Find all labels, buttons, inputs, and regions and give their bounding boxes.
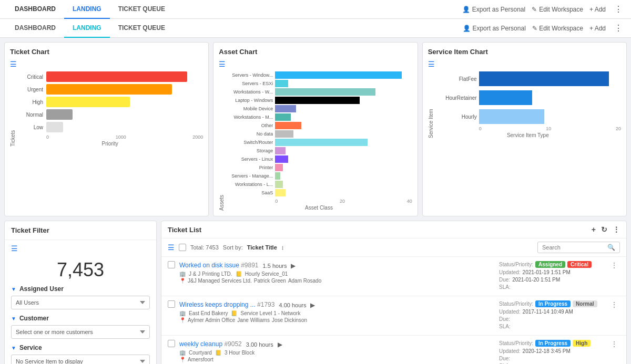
filter-service-label: Service (19, 344, 42, 351)
updated-row: Updated: 2017-11-14 10:49 AM (499, 309, 604, 315)
filter-service-header[interactable]: ▼ Service (11, 344, 150, 351)
customer-select[interactable]: Select one or more customers (11, 325, 150, 339)
ticket-checkbox[interactable] (168, 300, 175, 308)
sub-nav-dashboard[interactable]: DASHBOARD (6, 19, 64, 38)
asset-bar-row: Servers - Linux (226, 155, 412, 163)
ticket-list-title: Ticket List (168, 226, 201, 234)
asset-bar-label: Servers - Linux (226, 157, 273, 162)
more-options-sub[interactable]: ⋮ (612, 23, 625, 33)
asset-bar (275, 155, 288, 163)
export-personal-sub-button[interactable]: 👤 Export as Personal (463, 25, 526, 32)
ticket-bar (46, 109, 73, 120)
sub-nav-landing[interactable]: LANDING (64, 19, 110, 38)
ticket-more-button[interactable]: ⋮ (608, 300, 620, 309)
more-options-top[interactable]: ⋮ (612, 4, 625, 14)
ticket-title[interactable]: weekly cleanup #9052 (179, 340, 242, 348)
asset-bar-label: Mobile Device (226, 106, 273, 111)
edit-workspace-button[interactable]: ✎ Edit Workspace (532, 6, 583, 13)
sub-navigation: DASHBOARD LANDING TICKET QUEUE 👤 Export … (0, 19, 631, 38)
ticket-more-button[interactable]: ⋮ (608, 340, 620, 348)
asset-chart-filter-icon[interactable]: ☰ (219, 60, 412, 68)
filter-panel-title: Ticket Filter (5, 221, 156, 240)
ticket-id: #9052 (224, 340, 241, 348)
ticket-filter-panel: Ticket Filter ☰ 7,453 ▼ Assigned User Al… (4, 221, 157, 364)
status-priority-row: Status/Priority: In Progress Normal (499, 300, 604, 307)
asset-bar-container (275, 155, 412, 163)
filter-customer-header[interactable]: ▼ Customer (11, 315, 150, 322)
ticket-toolbar-filter-icon[interactable]: ☰ (168, 243, 175, 252)
sort-icon[interactable]: ↕ (281, 244, 284, 251)
edit-workspace-sub-button[interactable]: ✎ Edit Workspace (532, 25, 583, 32)
top-nav-actions: 👤 Export as Personal ✎ Edit Workspace + … (462, 4, 625, 14)
asset-bar-row: Switch/Router (226, 139, 412, 146)
asset-bar-label: Servers - Manage... (226, 173, 273, 179)
asset-chart-card: Asset Chart ☰ Assets Servers - Window...… (213, 42, 418, 216)
play-button[interactable]: ▶ (310, 301, 315, 309)
asset-bar-row: Workstations - L... (226, 181, 412, 188)
chevron-down-icon: ▼ (11, 286, 16, 292)
asset-bar-row: Laptop - Windows (226, 97, 412, 104)
asset-bar (275, 164, 283, 171)
ticket-chart-card: Ticket Chart ☰ Tickets Critical Urgent H… (4, 42, 209, 216)
ticket-meta-row2: 📍J&J Managed Services Ltd. Patrick Green… (179, 278, 495, 284)
si-bar-container (479, 109, 621, 124)
asset-bar-label: Storage (226, 148, 273, 153)
add-sub-button[interactable]: + Add (589, 25, 606, 32)
select-all-checkbox[interactable] (179, 244, 186, 251)
si-bar-container (479, 71, 621, 86)
refresh-ticket-button[interactable]: ↻ (601, 225, 607, 234)
filter-panel-icon[interactable]: ☰ (11, 244, 150, 253)
sub-nav-ticket-queue[interactable]: TICKET QUEUE (110, 19, 174, 38)
asset-bar-container (275, 97, 412, 104)
sort-field-label[interactable]: Ticket Title (247, 244, 277, 251)
ticket-main: Worked on disk issue #9891 1.5 hours ▶ 🏢… (179, 261, 495, 284)
ticket-bar-container (46, 71, 203, 82)
add-ticket-button[interactable]: + (592, 225, 596, 234)
ticket-title[interactable]: Wireless keeps dropping ... #1793 (179, 301, 274, 308)
filter-assigned-user-header[interactable]: ▼ Assigned User (11, 285, 150, 293)
export-personal-button[interactable]: 👤 Export as Personal (462, 6, 525, 13)
ticket-checkbox[interactable] (168, 261, 175, 268)
play-button[interactable]: ▶ (278, 341, 282, 348)
service-item-x-axis-labels: 0 10 20 (435, 126, 621, 131)
building-icon: 🏢 (179, 310, 186, 316)
ticket-search-input[interactable] (542, 244, 605, 251)
top-nav-landing[interactable]: LANDING (64, 0, 110, 19)
asset-bar (275, 88, 375, 96)
asset-bar-row: Storage (226, 147, 412, 154)
top-nav-dashboard[interactable]: DASHBOARD (6, 0, 64, 19)
si-bar (479, 109, 544, 124)
due-row: Due: 2021-01-20 1:51 PM (499, 277, 604, 283)
play-button[interactable]: ▶ (291, 262, 296, 269)
ticket-list-panel: Ticket List + ↻ ⋮ ☰ Total: 7453 Sort by:… (161, 221, 627, 364)
service-item-chart-bars: FlatFee HourRetainer Hourly (435, 71, 621, 124)
ticket-title[interactable]: Worked on disk issue #9891 (179, 262, 259, 269)
due-date: 2021-01-20 1:51 PM (512, 277, 560, 283)
ticket-chart-bars: Critical Urgent High Normal Low (17, 71, 203, 132)
si-bar (479, 71, 609, 86)
asset-bar (275, 181, 283, 188)
si-bar-label: FlatFee (435, 76, 477, 82)
top-nav-ticket-queue[interactable]: TICKET QUEUE (110, 0, 174, 19)
updated-date: 2020-12-18 3:45 PM (523, 348, 571, 354)
status-label: Status/Priority: (499, 301, 533, 307)
sla-label: SLA: (499, 324, 511, 329)
service-item-chart-filter-icon[interactable]: ☰ (428, 60, 621, 68)
si-bar-row: Hourly (435, 109, 621, 124)
ticket-chart-filter-icon[interactable]: ☰ (10, 60, 203, 68)
ticket-status: Status/Priority: Assigned Critical Updat… (499, 261, 604, 292)
assigned-user-select[interactable]: All Users (11, 296, 150, 309)
service-select[interactable]: No Service Item to display (11, 355, 150, 364)
ticket-list-more-button[interactable]: ⋮ (613, 225, 620, 234)
ticket-checkbox[interactable] (168, 340, 175, 347)
ticket-bar-container (46, 97, 203, 107)
filter-customer-label: Customer (19, 315, 49, 322)
ticket-more-button[interactable]: ⋮ (608, 261, 620, 269)
asset-bar (275, 122, 301, 129)
charts-section: Ticket Chart ☰ Tickets Critical Urgent H… (0, 38, 631, 221)
add-button-top[interactable]: + Add (589, 6, 606, 13)
search-icon: 🔍 (607, 244, 615, 251)
asset-bar-label: Other (226, 123, 273, 128)
asset-bar-container (275, 181, 412, 188)
filter-service-section: ▼ Service No Service Item to display (11, 344, 150, 364)
